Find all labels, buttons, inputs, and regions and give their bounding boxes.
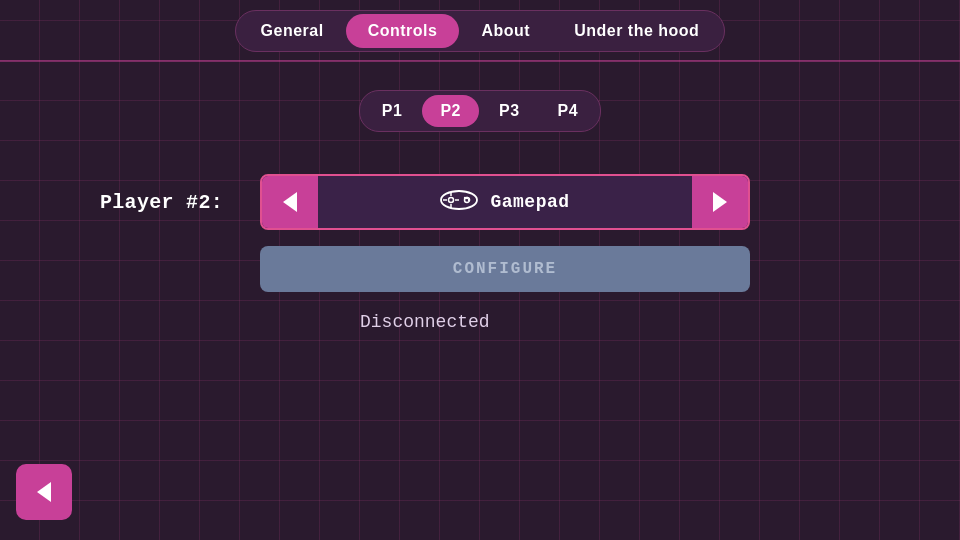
back-arrow-icon: [37, 482, 51, 502]
tab-p4[interactable]: P4: [540, 95, 597, 127]
device-prev-button[interactable]: [262, 174, 318, 230]
top-navigation: General Controls About Under the hood: [0, 0, 960, 62]
back-button[interactable]: [16, 464, 72, 520]
svg-point-1: [449, 197, 454, 202]
arrow-right-icon: [713, 192, 727, 212]
tab-general[interactable]: General: [239, 14, 346, 48]
tab-about[interactable]: About: [459, 14, 552, 48]
tab-p3[interactable]: P3: [481, 95, 538, 127]
device-selector-row: Player #2: Gamepad: [0, 174, 960, 230]
tab-p1[interactable]: P1: [364, 95, 421, 127]
arrow-left-icon: [283, 192, 297, 212]
tab-p2[interactable]: P2: [422, 95, 479, 127]
svg-point-8: [468, 198, 470, 200]
tab-controls[interactable]: Controls: [346, 14, 460, 48]
connection-status: Disconnected: [360, 312, 490, 332]
disconnected-wrapper: Disconnected: [0, 312, 960, 332]
player-tabs-wrapper: P1 P2 P3 P4: [0, 90, 960, 132]
player-tabs: P1 P2 P3 P4: [359, 90, 601, 132]
nav-tab-group: General Controls About Under the hood: [235, 10, 726, 52]
tab-under-the-hood[interactable]: Under the hood: [552, 14, 721, 48]
device-name-display: Gamepad: [318, 189, 692, 216]
gamepad-icon: [440, 189, 478, 216]
configure-button[interactable]: CONFIGURE: [260, 246, 750, 292]
player-label: Player #2:: [100, 191, 260, 214]
device-next-button[interactable]: [692, 174, 748, 230]
device-label: Gamepad: [490, 192, 569, 212]
device-selector: Gamepad: [260, 174, 750, 230]
configure-wrapper: CONFIGURE: [0, 246, 960, 292]
svg-point-9: [466, 196, 468, 198]
